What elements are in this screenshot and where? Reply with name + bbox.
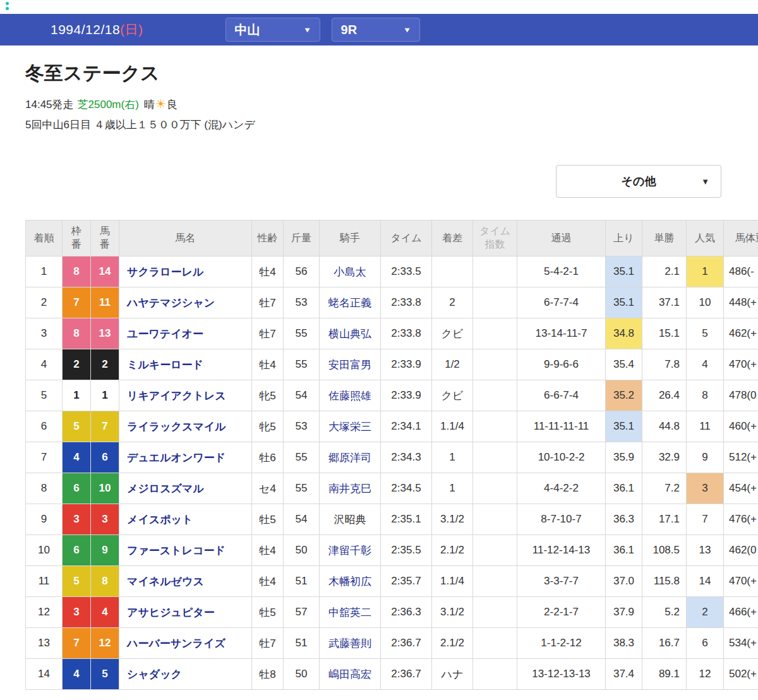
race-course: 芝2500m(右) (78, 99, 139, 111)
jockey-link[interactable]: 蛯名正義 (328, 297, 371, 309)
jockey-link[interactable]: 南井克巳 (328, 483, 371, 495)
horse-weight-cell: 486(- (724, 256, 758, 287)
horse-name-link[interactable]: ファーストレコード (127, 545, 226, 557)
race-info-line: 14:45発走芝2500m(右)晴☀良 (25, 97, 758, 112)
jockey-link[interactable]: 郷原洋司 (328, 452, 371, 464)
jockey-link[interactable]: 大塚栄三 (328, 421, 371, 433)
popularity-cell: 5 (687, 318, 724, 349)
horse-name-cell: アサヒジュピター (119, 597, 252, 628)
horse-number-cell: 8 (91, 566, 119, 597)
horse-name-link[interactable]: アサヒジュピター (127, 606, 215, 619)
jockey-cell: 嶋田高宏 (320, 659, 381, 690)
horse-name-link[interactable]: メイスポット (127, 514, 193, 526)
time-index-cell (473, 287, 517, 318)
carried-weight-cell: 53 (284, 287, 320, 318)
sex-age-cell: 牡8 (252, 659, 284, 690)
horse-name-link[interactable]: シャダック (127, 668, 182, 680)
time-cell: 2:33.5 (381, 256, 432, 287)
finish-position-cell: 8 (26, 473, 63, 504)
frame-number-cell: 4 (63, 659, 91, 690)
horse-name-link[interactable]: ライラックスマイル (127, 421, 226, 433)
chevron-down-icon: ▼ (403, 26, 411, 33)
horse-name-link[interactable]: ハーバーサンライズ (127, 637, 226, 649)
jockey-link[interactable]: 嶋田高宏 (328, 668, 371, 680)
margin-cell: 1/2 (432, 349, 473, 380)
result-row: 746デュエルオンワード牡655郷原洋司2:34.3110-10-2-235.9… (26, 442, 758, 473)
horse-name-link[interactable]: ハヤテマジシャン (127, 297, 215, 309)
frame-number-cell: 6 (63, 535, 91, 566)
win-odds-cell: 17.1 (642, 504, 687, 535)
race-date-value: 1994/12/18 (51, 22, 120, 37)
frame-number-cell: 1 (63, 380, 91, 411)
last-3f-cell: 35.9 (606, 442, 642, 473)
horse-name-link[interactable]: リキアイアクトレス (127, 390, 226, 402)
win-odds-cell: 89.1 (642, 659, 687, 690)
jockey-link[interactable]: 小島太 (334, 266, 366, 278)
race-start-time: 14:45発走 (25, 99, 74, 111)
finish-position-cell: 12 (26, 597, 63, 628)
app-dots-icon (6, 2, 9, 12)
time-index-cell (473, 473, 517, 504)
horse-name-cell: ファーストレコード (119, 535, 252, 566)
time-index-cell (473, 597, 517, 628)
horse-name-cell: シャダック (119, 659, 252, 690)
horse-name-cell: ハヤテマジシャン (119, 287, 252, 318)
col-header-jockey: 騎手 (320, 220, 381, 256)
jockey-link[interactable]: 佐藤照雄 (328, 390, 371, 402)
frame-number-cell: 6 (63, 473, 91, 504)
jockey-cell: 小島太 (320, 256, 381, 287)
horse-name-cell: サクラローレル (119, 256, 252, 287)
horse-weight-cell: 462(0 (724, 535, 758, 566)
frame-number-cell: 3 (63, 597, 91, 628)
horse-name-link[interactable]: マイネルゼウス (127, 576, 204, 588)
horse-name-link[interactable]: サクラローレル (127, 266, 203, 278)
time-index-cell (473, 380, 517, 411)
horse-name-cell: ライラックスマイル (119, 411, 252, 442)
finish-position-cell: 5 (26, 380, 63, 411)
time-index-cell (473, 504, 517, 535)
last-3f-cell: 35.1 (606, 411, 642, 442)
margin-cell: 1.1/4 (432, 411, 473, 442)
frame-number-cell: 2 (63, 349, 91, 380)
time-cell: 2:36.7 (381, 628, 432, 659)
margin-cell: 1 (432, 473, 473, 504)
horse-name-link[interactable]: デュエルオンワード (127, 452, 226, 464)
race-number-label: 9R (341, 23, 358, 37)
margin-cell: 2 (432, 287, 473, 318)
col-header-last-3f: 上り (606, 220, 642, 256)
result-row: 1158マイネルゼウス牡451木幡初広2:35.71.1/43-3-7-737.… (26, 566, 758, 597)
time-cell: 2:36.3 (381, 597, 432, 628)
other-dropdown-row: その他 ▼ (0, 165, 758, 198)
frame-number-cell: 8 (63, 256, 91, 287)
horse-weight-cell: 462(+ (724, 318, 758, 349)
last-3f-cell: 38.3 (606, 628, 642, 659)
jockey-cell: 佐藤照雄 (320, 380, 381, 411)
popularity-cell: 2 (687, 597, 724, 628)
jockey-link[interactable]: 安田富男 (328, 359, 371, 371)
horse-name-link[interactable]: ミルキーロード (127, 359, 203, 371)
result-row: 2711ハヤテマジシャン牡753蛯名正義2:33.826-7-7-435.137… (26, 287, 758, 318)
finish-position-cell: 10 (26, 535, 63, 566)
track-select-dropdown[interactable]: 中山 ▼ (226, 18, 320, 42)
jockey-link[interactable]: 武藤善則 (328, 637, 371, 649)
race-number-dropdown[interactable]: 9R ▼ (332, 18, 420, 42)
horse-name-link[interactable]: ユーワテイオー (127, 328, 203, 340)
race-header-bar: 1994/12/18(日) 中山 ▼ 9R ▼ (0, 14, 758, 45)
carried-weight-cell: 55 (284, 349, 320, 380)
jockey-link[interactable]: 木幡初広 (328, 576, 371, 588)
passing-order-cell: 8-7-10-7 (517, 504, 606, 535)
jockey-link[interactable]: 横山典弘 (328, 328, 371, 340)
jockey-link[interactable]: 中舘英二 (328, 606, 371, 619)
jockey-cell: 木幡初広 (320, 566, 381, 597)
jockey-link[interactable]: 津留千彰 (328, 545, 371, 557)
win-odds-cell: 44.8 (642, 411, 687, 442)
horse-name-link[interactable]: メジロスズマル (127, 483, 204, 495)
col-header-finish-position: 着順 (26, 220, 63, 256)
sex-age-cell: 牡6 (252, 442, 284, 473)
carried-weight-cell: 55 (284, 318, 320, 349)
horse-weight-cell: 460(+ (724, 411, 758, 442)
passing-order-cell: 13-14-11-7 (517, 318, 606, 349)
other-dropdown[interactable]: その他 ▼ (556, 165, 721, 198)
col-header-frame-number: 枠番 (63, 220, 91, 256)
race-results-table: 着順枠番馬番馬名性齢斤量騎手タイム着差タイム指数通過上り単勝人気馬体重 1814… (25, 220, 758, 690)
